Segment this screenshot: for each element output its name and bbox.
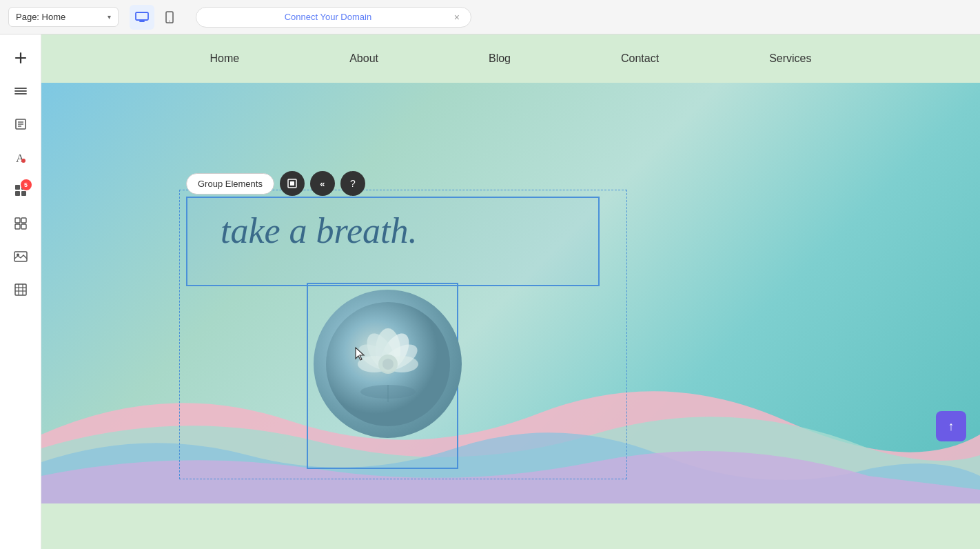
svg-point-4 xyxy=(169,20,170,21)
svg-rect-32 xyxy=(290,181,294,186)
apps-icon[interactable]: 5 xyxy=(7,177,34,204)
table-icon[interactable] xyxy=(7,276,34,303)
svg-rect-26 xyxy=(15,284,26,295)
chevron-down-icon: ▾ xyxy=(108,13,111,21)
hero-headline[interactable]: take a breath. xyxy=(221,210,417,251)
desktop-device-button[interactable] xyxy=(130,5,154,30)
mobile-device-button[interactable] xyxy=(157,5,182,30)
svg-rect-19 xyxy=(21,191,26,196)
media-icon[interactable] xyxy=(7,243,34,270)
bottom-section xyxy=(41,503,980,549)
svg-rect-16 xyxy=(15,185,20,190)
website-preview: Home About Blog Contact Services Group E… xyxy=(41,34,980,549)
hero-section: Group Elements « ? take a breath. xyxy=(41,83,980,503)
svg-rect-22 xyxy=(15,224,20,229)
tab-label: Connect Your Domain xyxy=(207,12,449,22)
nav-about[interactable]: About xyxy=(294,34,433,83)
nav-services[interactable]: Services xyxy=(714,34,866,83)
lotus-image[interactable] xyxy=(314,290,462,438)
layers-icon[interactable] xyxy=(7,77,34,105)
group-elements-button[interactable]: Group Elements xyxy=(186,173,274,194)
widgets-icon[interactable] xyxy=(7,210,34,237)
theme-icon[interactable]: A xyxy=(7,143,34,171)
add-element-icon[interactable] xyxy=(7,44,34,72)
svg-rect-21 xyxy=(21,218,26,223)
pages-icon[interactable] xyxy=(7,110,34,138)
domain-tab[interactable]: Connect Your Domain × xyxy=(196,7,471,28)
editor-area: Home About Blog Contact Services Group E… xyxy=(41,34,980,549)
svg-point-42 xyxy=(382,359,394,370)
page-selector-label: Page: Home xyxy=(16,12,103,22)
nav-blog[interactable]: Blog xyxy=(433,34,566,83)
apps-badge: 5 xyxy=(21,179,32,190)
device-buttons xyxy=(130,5,182,30)
nav-home[interactable]: Home xyxy=(154,34,294,83)
move-to-container-button[interactable] xyxy=(280,171,305,196)
nav-contact[interactable]: Contact xyxy=(566,34,714,83)
svg-rect-18 xyxy=(15,191,20,196)
left-sidebar: A 5 xyxy=(0,34,41,549)
scroll-to-top-button[interactable]: ↑ xyxy=(936,411,966,441)
floating-toolbar: Group Elements « ? xyxy=(186,171,365,196)
svg-rect-20 xyxy=(15,218,20,223)
page-selector[interactable]: Page: Home ▾ xyxy=(8,7,119,27)
tab-close-icon[interactable]: × xyxy=(454,12,460,23)
lotus-svg xyxy=(326,302,450,426)
back-button[interactable]: « xyxy=(310,171,335,196)
site-nav: Home About Blog Contact Services xyxy=(41,34,980,83)
svg-rect-0 xyxy=(136,12,148,20)
browser-bar: Page: Home ▾ Connect Your Domain × xyxy=(0,0,980,34)
help-button[interactable]: ? xyxy=(340,171,365,196)
svg-point-15 xyxy=(21,159,25,163)
svg-rect-23 xyxy=(21,224,26,229)
